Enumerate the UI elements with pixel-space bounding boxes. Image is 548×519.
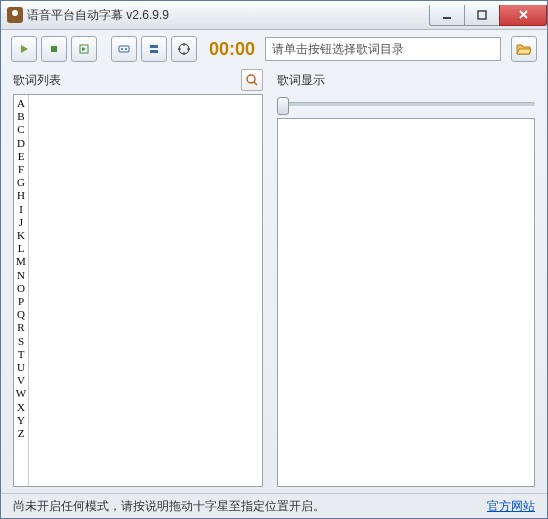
play-button[interactable]: [11, 36, 37, 62]
alpha-F[interactable]: F: [14, 163, 28, 176]
alpha-T[interactable]: T: [14, 348, 28, 361]
maximize-button[interactable]: [464, 5, 500, 26]
alpha-J[interactable]: J: [14, 216, 28, 229]
svg-rect-2: [51, 46, 57, 52]
folder-path-input[interactable]: 请单击按钮选择歌词目录: [265, 37, 501, 61]
alpha-M[interactable]: M: [14, 255, 28, 268]
alpha-Z[interactable]: Z: [14, 427, 28, 440]
alpha-S[interactable]: S: [14, 335, 28, 348]
alpha-W[interactable]: W: [14, 387, 28, 400]
alpha-K[interactable]: K: [14, 229, 28, 242]
minimize-button[interactable]: [429, 5, 465, 26]
position-slider[interactable]: [277, 102, 535, 106]
record-button[interactable]: [71, 36, 97, 62]
alpha-Q[interactable]: Q: [14, 308, 28, 321]
stop-button[interactable]: [41, 36, 67, 62]
svg-rect-7: [150, 45, 158, 48]
titlebar: 语音平台自动字幕 v2.6.9.9: [1, 1, 547, 30]
svg-point-5: [121, 48, 123, 50]
search-button[interactable]: [241, 69, 263, 91]
alpha-A[interactable]: A: [14, 97, 28, 110]
alpha-Y[interactable]: Y: [14, 414, 28, 427]
window-title: 语音平台自动字幕 v2.6.9.9: [27, 7, 169, 24]
app-icon: [7, 7, 23, 23]
alpha-C[interactable]: C: [14, 123, 28, 136]
browse-folder-button[interactable]: [511, 36, 537, 62]
slider-thumb[interactable]: [277, 97, 289, 115]
svg-rect-8: [150, 50, 158, 53]
svg-rect-1: [478, 11, 486, 19]
statusbar: 尚未开启任何模式，请按说明拖动十字星至指定位置开启。 官方网站: [1, 493, 547, 518]
target-button[interactable]: [171, 36, 197, 62]
alpha-G[interactable]: G: [14, 176, 28, 189]
alpha-E[interactable]: E: [14, 150, 28, 163]
alpha-I[interactable]: I: [14, 203, 28, 216]
lyrics-list-header: 歌词列表: [13, 70, 263, 90]
close-button[interactable]: [499, 5, 547, 26]
settings-button[interactable]: [111, 36, 137, 62]
app-window: 语音平台自动字幕 v2.6.9.9: [0, 0, 548, 519]
alpha-N[interactable]: N: [14, 269, 28, 282]
toolbar: 00:00 请单击按钮选择歌词目录: [1, 30, 547, 68]
official-site-link[interactable]: 官方网站: [487, 498, 535, 515]
alpha-B[interactable]: B: [14, 110, 28, 123]
alphabet-index[interactable]: ABCDEFGHIJKLMNOPQRSTUVWXYZ: [14, 95, 29, 486]
svg-rect-4: [119, 46, 129, 52]
lyrics-display-title: 歌词显示: [277, 72, 325, 89]
lyrics-display-box: [277, 118, 535, 487]
alpha-V[interactable]: V: [14, 374, 28, 387]
alpha-R[interactable]: R: [14, 321, 28, 334]
alpha-O[interactable]: O: [14, 282, 28, 295]
alpha-H[interactable]: H: [14, 189, 28, 202]
alpha-D[interactable]: D: [14, 137, 28, 150]
lyrics-list-content: [29, 95, 262, 486]
alpha-U[interactable]: U: [14, 361, 28, 374]
svg-point-10: [247, 75, 255, 83]
alpha-X[interactable]: X: [14, 401, 28, 414]
window-controls: [430, 5, 547, 26]
content-area: 歌词列表 ABCDEFGHIJKLMNOPQRSTUVWXYZ 歌词显示: [1, 68, 547, 493]
status-text: 尚未开启任何模式，请按说明拖动十字星至指定位置开启。: [13, 498, 325, 515]
lyrics-list-panel: 歌词列表 ABCDEFGHIJKLMNOPQRSTUVWXYZ: [13, 68, 263, 487]
lyrics-display-header: 歌词显示: [277, 70, 535, 90]
lyrics-listbox[interactable]: ABCDEFGHIJKLMNOPQRSTUVWXYZ: [13, 94, 263, 487]
layout-button[interactable]: [141, 36, 167, 62]
lyrics-list-title: 歌词列表: [13, 72, 61, 89]
svg-point-6: [125, 48, 127, 50]
lyrics-display-panel: 歌词显示: [277, 68, 535, 487]
svg-rect-0: [443, 17, 451, 19]
time-display: 00:00: [209, 39, 255, 60]
alpha-P[interactable]: P: [14, 295, 28, 308]
position-slider-row: [277, 94, 535, 114]
alpha-L[interactable]: L: [14, 242, 28, 255]
